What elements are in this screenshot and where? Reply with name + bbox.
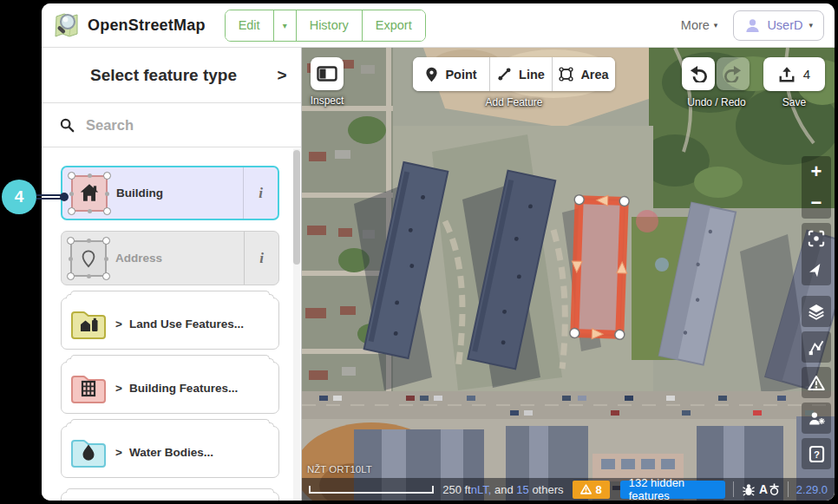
- category-label: > Building Features...: [115, 382, 278, 395]
- scale-label: 250 ft: [442, 483, 471, 496]
- undo-redo-label: Undo / Redo: [673, 96, 760, 108]
- top-navbar: OpenStreetMap Edit ▾ History Export More…: [42, 3, 835, 48]
- osm-logo-icon: [52, 11, 81, 40]
- statusbar: 250 ft nLT, and 15 others 8 132 hidden f…: [302, 478, 835, 501]
- point-marker-icon: [425, 67, 438, 82]
- warning-triangle-icon: [580, 484, 592, 494]
- geolocate-icon: [808, 230, 825, 247]
- vertex-dot: [68, 207, 75, 215]
- layers-icon: [808, 303, 825, 320]
- chevron-right-icon[interactable]: >: [263, 66, 301, 85]
- chevron-right-icon: >: [115, 446, 122, 459]
- statusbar-divider: [788, 481, 789, 497]
- address-preset-icon: [70, 240, 107, 277]
- step-callout-badge: 4: [2, 180, 36, 214]
- undo-button[interactable]: [682, 57, 715, 90]
- map-data-button[interactable]: [802, 331, 831, 363]
- address-preset-icon-wrap: [62, 232, 115, 285]
- export-button[interactable]: Export: [362, 10, 425, 41]
- category-item-water-bodies[interactable]: > Water Bodies...: [61, 426, 279, 478]
- midpoint-dot: [104, 257, 108, 261]
- midpoint-dot: [87, 239, 91, 243]
- category-item-land-use[interactable]: > Land Use Features...: [61, 298, 279, 350]
- attribution-text: nLT, and 15 others: [471, 483, 564, 496]
- category-label: > Land Use Features...: [115, 317, 278, 331]
- upload-icon: [778, 66, 795, 83]
- folder-landuse-icon: [69, 306, 108, 341]
- attribution-link[interactable]: nLT,: [471, 483, 492, 496]
- imagery-attribution: NŽT ORT10LT: [307, 464, 372, 475]
- bug-report-icon[interactable]: [742, 483, 756, 496]
- search-bar[interactable]: Search: [42, 103, 301, 147]
- zoom-in-button[interactable]: +: [802, 156, 831, 187]
- vertex-dot: [102, 237, 110, 245]
- category-label: > Water Bodies...: [115, 446, 278, 459]
- preset-info-button[interactable]: i: [244, 232, 278, 285]
- preset-item-address[interactable]: Address i: [61, 231, 279, 285]
- search-icon: [59, 117, 75, 133]
- compass-arrow-button[interactable]: [802, 254, 831, 285]
- search-input[interactable]: Search: [86, 117, 134, 134]
- issues-button[interactable]: [802, 367, 831, 398]
- redo-icon: [723, 65, 743, 82]
- folder-building-icon: [69, 370, 108, 405]
- help-button[interactable]: ?: [802, 438, 831, 469]
- building-preset-icon-wrap: [62, 167, 116, 219]
- user-settings-icon: [808, 409, 826, 428]
- map-controls: + −: [802, 156, 831, 474]
- preset-item-building[interactable]: Building i: [61, 166, 279, 220]
- map-canvas[interactable]: Inspect Point Line: [302, 48, 835, 501]
- hidden-features-badge[interactable]: 132 hidden features: [620, 481, 725, 499]
- history-button[interactable]: History: [296, 10, 362, 41]
- sidebar-scrollbar-thumb[interactable]: [293, 150, 300, 265]
- category-item-building-features[interactable]: > Building Features...: [61, 362, 279, 414]
- midpoint-dot: [69, 257, 73, 261]
- vertex-dot: [102, 272, 110, 280]
- midpoint-dot: [105, 192, 109, 196]
- vertex-dot: [103, 207, 111, 215]
- preferences-button[interactable]: [802, 403, 831, 434]
- osm-brand[interactable]: OpenStreetMap: [52, 11, 206, 40]
- version-label[interactable]: 2.29.0: [796, 483, 828, 496]
- aerial-imagery: [302, 48, 835, 501]
- category-item-partial[interactable]: [61, 492, 279, 501]
- preset-list: Building i Address i: [42, 148, 301, 501]
- add-area-button[interactable]: Area: [552, 57, 615, 91]
- save-label: Save: [763, 96, 825, 108]
- geolocate-button[interactable]: [802, 223, 831, 254]
- attribution-link[interactable]: 15: [516, 483, 528, 496]
- layers-button[interactable]: [802, 296, 831, 327]
- more-label: More: [681, 18, 710, 32]
- redo-button[interactable]: [717, 57, 750, 90]
- sidebar-title: Select feature type: [42, 66, 263, 85]
- sidebar-header: Select feature type >: [42, 48, 301, 103]
- inspect-icon: [317, 66, 337, 82]
- user-menu-button[interactable]: UserD ▾: [733, 10, 824, 41]
- line-icon: [497, 67, 512, 82]
- undo-icon: [689, 65, 708, 82]
- house-icon: [78, 183, 101, 204]
- callout-connector-line: [36, 194, 62, 200]
- chevron-right-icon: >: [115, 382, 122, 395]
- edit-button-group: Edit ▾ History Export: [225, 10, 426, 42]
- preset-sidebar: Select feature type > Search: [42, 48, 302, 501]
- statusbar-divider: [733, 481, 734, 497]
- add-feature-label: Add Feature: [413, 96, 615, 108]
- selected-building[interactable]: [569, 194, 630, 340]
- user-name-label: UserD: [767, 18, 802, 32]
- issues-count-badge[interactable]: 8: [573, 481, 610, 499]
- save-button[interactable]: 4: [763, 57, 825, 91]
- vertex-dot: [103, 172, 111, 180]
- edit-dropdown-caret[interactable]: ▾: [273, 10, 296, 41]
- preset-info-button[interactable]: i: [243, 167, 278, 219]
- inspect-button[interactable]: [311, 57, 344, 90]
- add-point-button[interactable]: Point: [413, 57, 489, 91]
- add-line-button[interactable]: Line: [489, 57, 552, 91]
- add-feature-group: Point Line Area: [413, 57, 615, 91]
- building-preset-icon: [71, 175, 108, 212]
- edit-button[interactable]: Edit: [226, 10, 273, 41]
- zoom-out-button[interactable]: −: [802, 187, 831, 219]
- more-menu-button[interactable]: More ▾: [681, 18, 718, 32]
- caret-down-icon: ▾: [714, 21, 718, 29]
- translate-icon[interactable]: A: [759, 482, 780, 496]
